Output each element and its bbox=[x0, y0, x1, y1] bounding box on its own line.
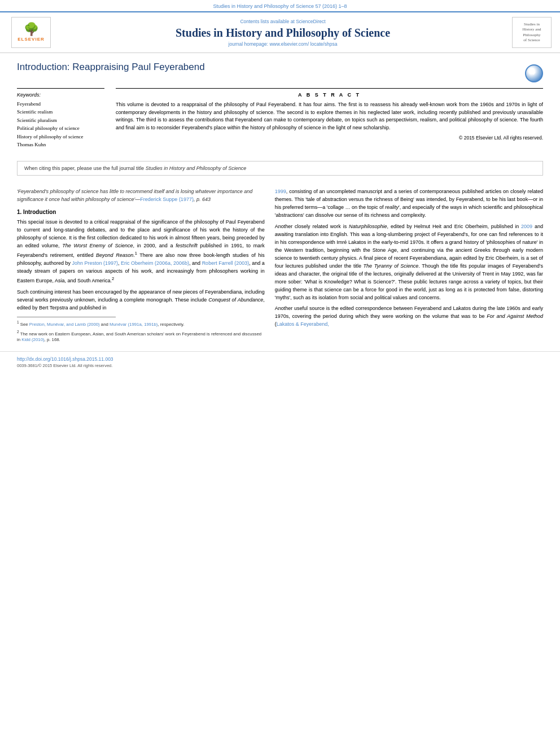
elsevier-logo-left: 🌳 ELSEVIER bbox=[8, 17, 54, 48]
section1-para1: This special issue is devoted to a criti… bbox=[17, 219, 265, 285]
link-eric-oberheim[interactable]: Eric Oberheim (2006a, 2006b) bbox=[121, 260, 189, 266]
keyword-political-philosophy: Political philosophy of science bbox=[17, 124, 104, 132]
keyword-scientific-pluralism: Scientific pluralism bbox=[17, 116, 104, 124]
quote-attribution[interactable]: Frederick Suppe (1977) bbox=[140, 196, 194, 202]
sciencedirect-link-text[interactable]: ScienceDirect bbox=[296, 19, 325, 24]
journal-logo-right: Studies inHistory andPhilosophyof Scienc… bbox=[512, 17, 552, 48]
main-body: 'Feyerabend's philosophy of science has … bbox=[0, 182, 560, 348]
citation-box: When citing this paper, please use the f… bbox=[17, 161, 543, 176]
article-title: Introduction: Reappraising Paul Feyerabe… bbox=[17, 62, 205, 73]
keyword-history-philosophy: History of philosophy of science bbox=[17, 133, 104, 141]
link-john-preston[interactable]: John Preston (1997) bbox=[72, 260, 118, 266]
right-para3: Another useful source is the edited corr… bbox=[275, 305, 543, 329]
header-banner: 🌳 ELSEVIER Contents lists available at S… bbox=[0, 11, 560, 53]
link-1999[interactable]: 1999 bbox=[275, 189, 286, 194]
link-robert-farrell[interactable]: Robert Farrell (2003) bbox=[202, 260, 250, 266]
elsevier-wordmark: ELSEVIER bbox=[18, 37, 45, 42]
footer-copyright: 0039-3681/© 2015 Elsevier Ltd. All right… bbox=[17, 363, 543, 368]
right-para2: Another closely related work is Naturphi… bbox=[275, 223, 543, 302]
journal-title: Studies in History and Philosophy of Sci… bbox=[59, 26, 506, 40]
abstract-section: Keywords: Feyerabend Scientific realism … bbox=[0, 88, 560, 154]
abstract-column: A B S T R A C T This volume is devoted t… bbox=[116, 88, 543, 148]
article-header: Introduction: Reappraising Paul Feyerabe… bbox=[0, 53, 560, 88]
journal-logo-right-inner: Studies inHistory andPhilosophyof Scienc… bbox=[523, 22, 541, 42]
footnote2-link[interactable]: Kidd (2010) bbox=[21, 337, 44, 342]
link-2009[interactable]: 2009 bbox=[521, 224, 532, 229]
quote-text: 'Feyerabend's philosophy of science has … bbox=[17, 189, 252, 202]
homepage-prefix: journal homepage: www.elsevier.com/ loca… bbox=[229, 41, 338, 47]
abstract-copyright: © 2015 Elsevier Ltd. All rights reserved… bbox=[116, 135, 543, 141]
keywords-title: Keywords: bbox=[17, 92, 104, 98]
elsevier-tree-icon: 🌳 bbox=[24, 23, 39, 36]
journal-homepage: journal homepage: www.elsevier.com/ loca… bbox=[59, 41, 506, 47]
link-lakatos-feyerabend[interactable]: Lakatos & Feyerabend, bbox=[277, 321, 329, 327]
keywords-list: Feyerabend Scientific realism Scientific… bbox=[17, 100, 104, 148]
abstract-layout: Keywords: Feyerabend Scientific realism … bbox=[17, 88, 543, 148]
page-footer: http://dx.doi.org/10.1016/j.shpsa.2015.1… bbox=[0, 351, 560, 370]
body-column-left: 'Feyerabend's philosophy of science has … bbox=[17, 188, 265, 343]
abstract-heading: A B S T R A C T bbox=[116, 92, 543, 98]
journal-ref-line: Studies in History and Philosophy of Sci… bbox=[0, 0, 560, 11]
keyword-scientific-realism: Scientific realism bbox=[17, 108, 104, 116]
keyword-thomas-kuhn: Thomas Kuhn bbox=[17, 141, 104, 148]
footnote-divider bbox=[17, 317, 116, 317]
keywords-column: Keywords: Feyerabend Scientific realism … bbox=[17, 88, 104, 148]
footnote-2: 2 The new work on Eastern European, Asia… bbox=[17, 329, 265, 343]
doi-link[interactable]: http://dx.doi.org/10.1016/j.shpsa.2015.1… bbox=[17, 356, 543, 362]
opening-quote: 'Feyerabend's philosophy of science has … bbox=[17, 188, 265, 203]
citation-journal-name: Studies in History and Philosophy of Sci… bbox=[146, 165, 247, 171]
crossmark-badge[interactable]: ✓ bbox=[525, 64, 543, 82]
quote-suffix: , p. 643 bbox=[194, 196, 211, 202]
section1-para2: Such continuing interest has been encour… bbox=[17, 289, 265, 312]
keyword-feyerabend: Feyerabend bbox=[17, 100, 104, 108]
body-column-right: 1999, consisting of an uncompleted manus… bbox=[275, 188, 543, 343]
sciencedirect-notice: Contents lists available at ScienceDirec… bbox=[59, 19, 506, 24]
right-para1: 1999, consisting of an uncompleted manus… bbox=[275, 188, 543, 220]
footnote-1: 1 See Preston, Munévar, and Lamb (2000) … bbox=[17, 320, 265, 327]
elsevier-logo-box: 🌳 ELSEVIER bbox=[11, 17, 51, 48]
footnote1-link[interactable]: Preston, Munévar, and Lamb (2000) bbox=[29, 321, 100, 326]
abstract-text: This volume is devoted to a reappraisal … bbox=[116, 101, 543, 132]
section1-heading: 1. Introduction bbox=[17, 209, 265, 215]
sciencedirect-prefix: Contents lists available at bbox=[240, 19, 296, 24]
citation-text: When citing this paper, please use the f… bbox=[24, 165, 146, 171]
footnote1-link2[interactable]: Munévar (1991a, 1991b) bbox=[110, 321, 158, 326]
header-center: Contents lists available at ScienceDirec… bbox=[59, 19, 506, 47]
